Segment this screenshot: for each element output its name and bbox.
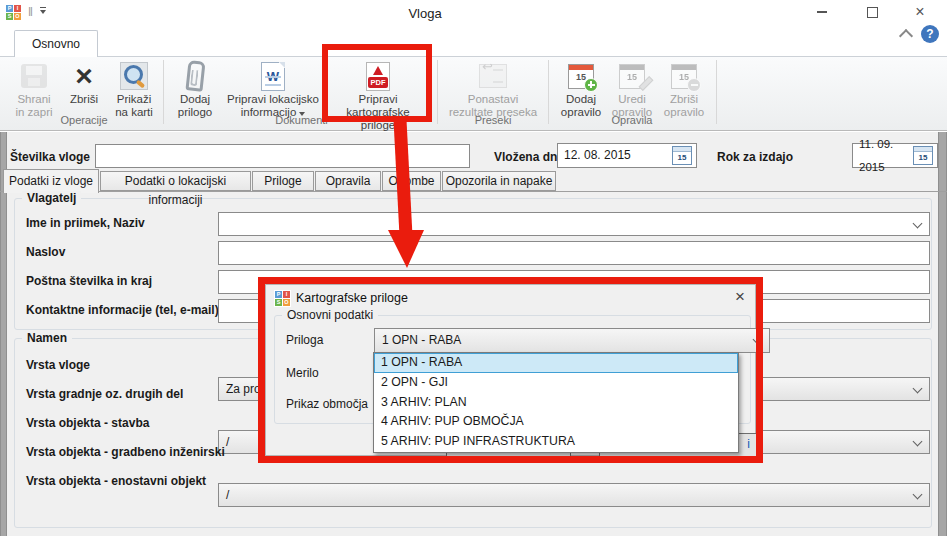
submitted-date-label: Vložena dne bbox=[494, 150, 564, 164]
due-date-label: Rok za izdajo bbox=[717, 150, 793, 164]
button-label: Prikaži bbox=[108, 93, 160, 106]
application-number-label: Številka vloge bbox=[10, 150, 90, 164]
button-label: Zbriši bbox=[658, 93, 710, 106]
date-value: 12. 08. 2015 bbox=[564, 144, 631, 167]
tab-podatki-iz-vloge[interactable]: Podatki iz vloge bbox=[3, 169, 99, 193]
tab-opravila[interactable]: Opravila bbox=[315, 171, 381, 191]
button-label: Zbriši bbox=[62, 93, 106, 106]
name-combobox[interactable] bbox=[218, 212, 930, 236]
group-label-dokumenti: Dokumenti bbox=[166, 114, 437, 126]
button-label: Uredi bbox=[608, 93, 656, 106]
address-label: Naslov bbox=[26, 245, 65, 259]
close-icon: × bbox=[915, 3, 924, 21]
dropdown-item[interactable]: 4 ARHIV: PUP OBMOČJA bbox=[374, 412, 738, 432]
object-building-label: Vrsta objekta - stavba bbox=[26, 416, 149, 430]
group-label-operacije: Operacije bbox=[6, 114, 162, 126]
logo-letter: P bbox=[275, 291, 282, 298]
chevron-down-icon bbox=[913, 384, 923, 394]
dropdown-item[interactable]: 2 OPN - GJI bbox=[374, 373, 738, 393]
construction-type-label: Vrsta gradnje oz. drugih del bbox=[26, 387, 183, 401]
magnifier-icon bbox=[120, 62, 148, 90]
group-separator bbox=[716, 60, 717, 124]
merilo-label: Merilo bbox=[286, 366, 319, 380]
button-label: Pripravi lokacijsko bbox=[222, 93, 324, 106]
group-label-opravila: Opravila bbox=[550, 114, 714, 126]
dropdown-item[interactable]: 1 OPN - RABA bbox=[374, 353, 738, 373]
reset-form-icon: ↩ bbox=[479, 64, 507, 88]
group-label-preseki: Preseki bbox=[440, 114, 546, 126]
date-value: 11. 09. 2015 bbox=[859, 133, 913, 179]
button-label: Dodaj bbox=[556, 93, 606, 106]
combo-value: 1 OPN - RABA bbox=[382, 333, 461, 347]
calendar-add-icon: 15 bbox=[568, 64, 594, 89]
priloga-dropdown-list: 1 OPN - RABA 2 OPN - GJI 3 ARHIV: PLAN 4… bbox=[373, 352, 739, 453]
logo-letter: O bbox=[283, 299, 290, 306]
collapse-ribbon-button[interactable] bbox=[901, 27, 911, 41]
right-scrollbar[interactable] bbox=[938, 132, 947, 536]
minimize-icon bbox=[817, 11, 827, 13]
groupbox-legend: Namen bbox=[22, 331, 72, 345]
maximize-icon bbox=[867, 7, 878, 18]
delete-x-icon: × bbox=[75, 61, 93, 91]
priloga-label: Priloga bbox=[286, 333, 323, 347]
chevron-up-icon bbox=[899, 29, 913, 43]
name-label: Ime in priimek, Naziv bbox=[26, 216, 145, 230]
application-number-input[interactable] bbox=[95, 144, 470, 168]
object-engineering-label: Vrsta objekta - gradbeno inženirski bbox=[26, 445, 225, 459]
group-separator bbox=[437, 60, 438, 124]
date-picker-icon[interactable]: 15 bbox=[913, 146, 933, 165]
maximize-button[interactable] bbox=[855, 2, 889, 22]
priloga-combobox[interactable]: 1 OPN - RABA bbox=[374, 328, 770, 353]
combo-value: Za prom bbox=[226, 382, 271, 396]
tabstrip-baseline bbox=[0, 191, 947, 192]
logo-letter: S bbox=[275, 299, 282, 306]
groupbox-legend: Osnovni podatki bbox=[282, 308, 378, 322]
window-title: Vloga bbox=[0, 6, 850, 21]
calendar-edit-icon: 15 bbox=[619, 64, 645, 89]
app-window: P I S O ‖ Vloga × ? Osnovno Shrani in za… bbox=[0, 0, 947, 536]
prikaz-obmocja-label: Prikaz območja bbox=[286, 397, 368, 411]
application-type-label: Vrsta vloge bbox=[26, 358, 90, 372]
button-label: Pripravi bbox=[328, 93, 428, 106]
calendar-remove-icon: 15 bbox=[671, 64, 697, 89]
chevron-down-icon bbox=[913, 219, 923, 229]
group-separator bbox=[548, 60, 549, 124]
dialog-close-icon[interactable]: × bbox=[735, 287, 745, 307]
chevron-down-icon bbox=[913, 490, 923, 500]
dialog-title: Kartografske priloge bbox=[296, 291, 408, 305]
object-simple-label: Vrsta objekta - enostavni objekt bbox=[26, 474, 206, 488]
object-building-combobox[interactable]: / bbox=[218, 483, 930, 507]
paperclip-icon bbox=[185, 60, 205, 92]
submitted-date-input[interactable]: 12. 08. 2015 15 bbox=[557, 143, 697, 168]
chevron-down-icon bbox=[753, 335, 763, 345]
date-picker-icon[interactable]: 15 bbox=[672, 146, 692, 165]
dropdown-item[interactable]: 3 ARHIV: PLAN bbox=[374, 393, 738, 413]
due-date-input[interactable]: 11. 09. 2015 15 bbox=[852, 143, 938, 168]
logo-letter: I bbox=[283, 291, 290, 298]
pdf-icon: PDF bbox=[366, 62, 390, 91]
word-doc-icon: W bbox=[261, 62, 285, 91]
contact-label: Kontaktne informacije (tel, e-mail) bbox=[26, 303, 219, 317]
chevron-down-icon bbox=[913, 437, 923, 447]
combo-value: / bbox=[226, 435, 229, 449]
combo-value: / bbox=[226, 488, 229, 502]
tab-opombe[interactable]: Opombe bbox=[382, 171, 441, 191]
help-button[interactable]: ? bbox=[921, 25, 939, 43]
button-label: Shrani bbox=[8, 93, 60, 106]
save-icon bbox=[21, 64, 47, 88]
postal-label: Poštna številka in kraj bbox=[26, 274, 152, 288]
group-separator bbox=[163, 60, 164, 124]
dropdown-item[interactable]: 5 ARHIV: PUP INFRASTRUKTURA bbox=[374, 432, 738, 452]
address-input[interactable] bbox=[218, 241, 930, 265]
tab-opozorila-in-napake[interactable]: Opozorila in napake bbox=[442, 171, 556, 191]
tab-priloge[interactable]: Priloge bbox=[252, 171, 314, 191]
tab-podatki-o-lokacijski-informaciji[interactable]: Podatki o lokacijski informaciji bbox=[100, 171, 251, 191]
button-label: Ponastavi bbox=[442, 93, 544, 106]
groupbox-legend: Vlagatelj bbox=[22, 191, 81, 205]
minimize-button[interactable] bbox=[805, 2, 839, 22]
dialog-logo-icon: P I S O bbox=[274, 290, 291, 307]
button-label: Dodaj bbox=[170, 93, 220, 106]
close-button[interactable]: × bbox=[903, 2, 937, 22]
tab-osnovno[interactable]: Osnovno bbox=[14, 30, 98, 57]
